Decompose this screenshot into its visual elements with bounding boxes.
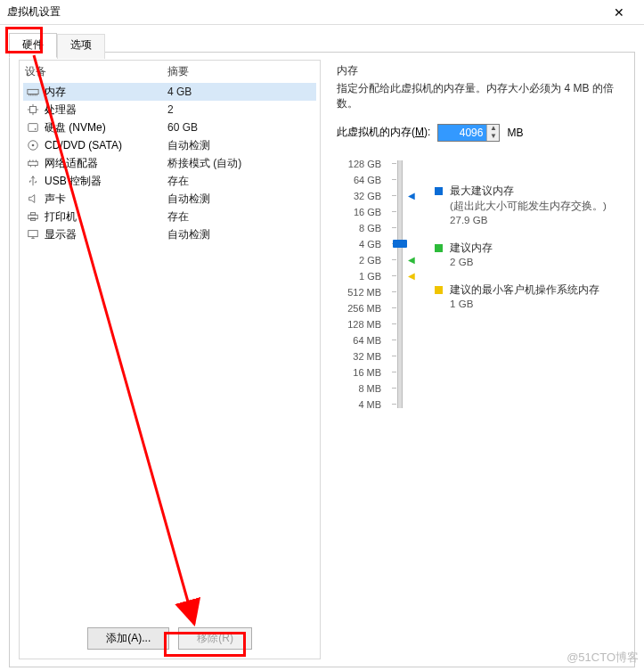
header-summary: 摘要 bbox=[167, 64, 189, 79]
svg-rect-8 bbox=[30, 213, 35, 216]
disk-icon bbox=[25, 120, 41, 135]
legend-min-val: 1 GB bbox=[450, 299, 625, 309]
slider-tick-label: 128 GB bbox=[337, 156, 381, 172]
printer-icon bbox=[25, 209, 41, 224]
header-device: 设备 bbox=[25, 64, 167, 79]
memory-slider-area: 128 GB64 GB32 GB16 GB8 GB4 GB2 GB1 GB512… bbox=[337, 156, 625, 413]
device-list-header: 设备 摘要 bbox=[20, 61, 320, 83]
legend-rec: 建议内存 bbox=[450, 241, 493, 255]
device-name: 网络适配器 bbox=[45, 155, 167, 171]
device-summary: 自动检测 bbox=[167, 137, 314, 153]
slider-tick-label: 8 MB bbox=[337, 381, 381, 397]
legend-rec-val: 2 GB bbox=[450, 257, 625, 267]
svg-point-5 bbox=[32, 144, 35, 147]
slider-thumb[interactable] bbox=[393, 240, 407, 248]
device-name: 内存 bbox=[45, 84, 167, 100]
svg-rect-6 bbox=[29, 161, 38, 165]
device-name: 处理器 bbox=[45, 102, 167, 118]
slider-tick-labels: 128 GB64 GB32 GB16 GB8 GB4 GB2 GB1 GB512… bbox=[337, 156, 381, 413]
device-name: 声卡 bbox=[45, 191, 167, 207]
memory-slider[interactable] bbox=[388, 156, 420, 413]
device-name: USB 控制器 bbox=[45, 173, 167, 189]
device-summary: 存在 bbox=[167, 209, 314, 225]
memory-legend: 最大建议内存 (超出此大小可能发生内存交换。) 27.9 GB 建议内存 2 G… bbox=[428, 156, 625, 316]
device-buttons: 添加(A)... 移除(R) bbox=[20, 620, 320, 659]
legend-max-sub: (超出此大小可能发生内存交换。) bbox=[450, 200, 625, 213]
slider-tick-label: 32 GB bbox=[337, 188, 381, 204]
slider-marker-green bbox=[408, 254, 415, 265]
tab-options[interactable]: 选项 bbox=[57, 34, 105, 59]
device-summary: 60 GB bbox=[167, 119, 314, 135]
title-bar: 虚拟机设置 ✕ bbox=[0, 0, 644, 25]
memory-label: 此虚拟机的内存(M): bbox=[337, 125, 430, 140]
disc-icon bbox=[25, 138, 41, 152]
svg-rect-0 bbox=[28, 89, 38, 94]
legend-square-blue bbox=[435, 187, 443, 195]
device-row-sound[interactable]: 声卡自动检测 bbox=[23, 190, 316, 208]
slider-tick-label: 128 MB bbox=[337, 316, 381, 332]
memory-panel: 内存 指定分配给此虚拟机的内存量。内存大小必须为 4 MB 的倍数。 此虚拟机的… bbox=[337, 60, 625, 659]
memory-input[interactable] bbox=[438, 125, 486, 141]
slider-tick-label: 512 MB bbox=[337, 284, 381, 300]
device-row-disc[interactable]: CD/DVD (SATA)自动检测 bbox=[23, 136, 316, 154]
watermark: @51CTO博客 bbox=[567, 650, 639, 666]
memory-unit: MB bbox=[507, 127, 523, 139]
svg-rect-2 bbox=[29, 124, 38, 132]
device-row-cpu[interactable]: 处理器2 bbox=[23, 101, 316, 119]
slider-tick-label: 256 MB bbox=[337, 300, 381, 316]
device-row-net[interactable]: 网络适配器桥接模式 (自动) bbox=[23, 154, 316, 172]
slider-tick-label: 64 GB bbox=[337, 172, 381, 188]
slider-tick-label: 1 GB bbox=[337, 268, 381, 284]
memory-input-row: 此虚拟机的内存(M): ▲ ▼ MB bbox=[337, 124, 625, 142]
remove-button: 移除(R) bbox=[178, 627, 252, 650]
device-list[interactable]: 内存4 GB处理器2硬盘 (NVMe)60 GBCD/DVD (SATA)自动检… bbox=[20, 83, 320, 620]
slider-tick-label: 16 GB bbox=[337, 204, 381, 220]
device-panel: 设备 摘要 内存4 GB处理器2硬盘 (NVMe)60 GBCD/DVD (SA… bbox=[19, 60, 321, 659]
device-row-disk[interactable]: 硬盘 (NVMe)60 GB bbox=[23, 119, 316, 136]
close-button[interactable]: ✕ bbox=[601, 0, 637, 25]
device-row-usb[interactable]: USB 控制器存在 bbox=[23, 172, 316, 190]
spin-down-icon[interactable]: ▼ bbox=[487, 133, 499, 141]
device-summary: 自动检测 bbox=[167, 191, 314, 207]
legend-max: 最大建议内存 bbox=[450, 184, 514, 198]
legend-min: 建议的最小客户机操作系统内存 bbox=[450, 283, 599, 297]
device-summary: 2 bbox=[167, 102, 314, 118]
slider-tick-label: 4 GB bbox=[337, 236, 381, 252]
add-button[interactable]: 添加(A)... bbox=[87, 627, 169, 650]
legend-max-val: 27.9 GB bbox=[450, 215, 625, 225]
legend-square-yellow bbox=[435, 286, 443, 294]
device-row-display[interactable]: 显示器自动检测 bbox=[23, 225, 316, 243]
memory-group-title: 内存 bbox=[337, 63, 625, 78]
slider-marker-yellow bbox=[408, 270, 415, 281]
svg-rect-10 bbox=[29, 231, 38, 237]
memory-description: 指定分配给此虚拟机的内存量。内存大小必须为 4 MB 的倍数。 bbox=[337, 81, 625, 111]
tab-hardware[interactable]: 硬件 bbox=[9, 33, 57, 58]
device-name: CD/DVD (SATA) bbox=[45, 137, 167, 153]
device-name: 硬盘 (NVMe) bbox=[45, 119, 167, 135]
net-icon bbox=[25, 156, 41, 170]
cpu-icon bbox=[25, 102, 41, 117]
svg-rect-1 bbox=[30, 107, 37, 113]
memory-icon bbox=[25, 85, 41, 99]
slider-tick-label: 2 GB bbox=[337, 252, 381, 268]
slider-tick-label: 16 MB bbox=[337, 364, 381, 381]
device-summary: 自动检测 bbox=[167, 226, 314, 242]
sound-icon bbox=[25, 192, 41, 206]
slider-tick-label: 8 GB bbox=[337, 220, 381, 236]
slider-tick-label: 64 MB bbox=[337, 332, 381, 348]
slider-tick-label: 32 MB bbox=[337, 348, 381, 364]
device-name: 打印机 bbox=[45, 209, 167, 225]
device-summary: 存在 bbox=[167, 173, 314, 189]
device-summary: 4 GB bbox=[167, 84, 314, 100]
content-panel: 设备 摘要 内存4 GB处理器2硬盘 (NVMe)60 GBCD/DVD (SA… bbox=[9, 52, 635, 667]
window-title: 虚拟机设置 bbox=[7, 4, 601, 20]
usb-icon bbox=[25, 174, 41, 188]
slider-marker-blue bbox=[408, 190, 415, 200]
svg-point-3 bbox=[35, 128, 37, 130]
device-row-memory[interactable]: 内存4 GB bbox=[23, 83, 316, 101]
device-row-printer[interactable]: 打印机存在 bbox=[23, 208, 316, 225]
memory-spinner[interactable]: ▲ ▼ bbox=[437, 124, 500, 142]
device-name: 显示器 bbox=[45, 226, 167, 242]
spin-buttons[interactable]: ▲ ▼ bbox=[486, 125, 499, 141]
display-icon bbox=[25, 227, 41, 241]
